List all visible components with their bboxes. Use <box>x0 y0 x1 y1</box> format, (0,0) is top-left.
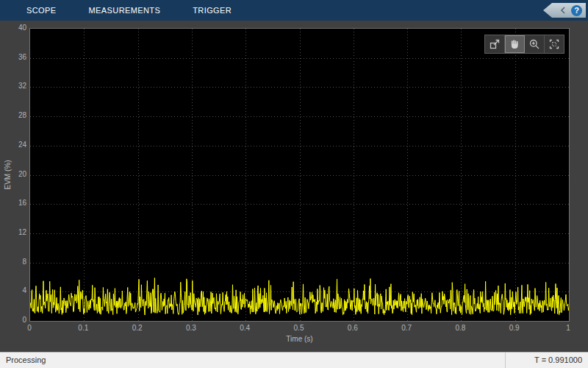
x-tick-label: 0.1 <box>68 324 98 333</box>
x-tick-label: 0 <box>15 324 44 333</box>
x-tick-label: 0.6 <box>338 324 368 333</box>
x-tick-label: 1 <box>553 324 583 333</box>
y-tick-label: 24 <box>4 141 26 149</box>
plot-area[interactable] <box>29 28 570 322</box>
help-icon: ? <box>571 5 582 16</box>
x-tick-label: 0.4 <box>230 324 259 333</box>
waveform-canvas[interactable] <box>30 29 569 321</box>
simulation-time: T = 0.991000 <box>534 353 582 368</box>
toolstrip-tabbar: SCOPE MEASUREMENTS TRIGGER ? <box>0 0 588 21</box>
status-bar: Processing T = 0.991000 <box>0 352 588 368</box>
fit-to-view-icon[interactable] <box>545 35 564 53</box>
y-tick-label: 36 <box>4 53 26 62</box>
y-tick-label: 32 <box>4 82 26 91</box>
help-button[interactable]: ? <box>543 3 586 18</box>
statusbar-divider <box>505 353 506 368</box>
y-tick-label: 16 <box>4 199 26 208</box>
tab-scope[interactable]: SCOPE <box>0 0 73 21</box>
y-tick-label: 8 <box>4 258 26 266</box>
x-tick-label: 0.8 <box>445 324 475 333</box>
zoom-in-icon[interactable] <box>525 35 545 53</box>
y-tick-label: 4 <box>4 286 26 295</box>
scope-window: SCOPE MEASUREMENTS TRIGGER ? EVM (%) <box>0 0 588 368</box>
x-tick-label: 0.5 <box>284 324 314 333</box>
y-tick-label: 12 <box>4 228 26 237</box>
y-tick-label: 28 <box>4 111 26 120</box>
x-tick-label: 0.2 <box>123 324 152 333</box>
x-tick-label: 0.9 <box>500 324 529 333</box>
y-tick-label: 20 <box>4 170 26 179</box>
collapse-chevron-icon <box>560 7 565 14</box>
y-tick-label: 40 <box>4 24 26 32</box>
tab-trigger[interactable]: TRIGGER <box>176 0 248 21</box>
x-tick-label: 0.3 <box>176 324 206 333</box>
pan-icon[interactable] <box>505 35 525 53</box>
x-tick-label: 0.7 <box>392 324 421 333</box>
tab-measurements[interactable]: MEASUREMENTS <box>73 0 177 21</box>
plot-toolbar <box>484 35 564 54</box>
status-message: Processing <box>6 353 46 368</box>
popout-icon[interactable] <box>485 35 505 53</box>
x-axis-label: Time (s) <box>29 335 570 343</box>
